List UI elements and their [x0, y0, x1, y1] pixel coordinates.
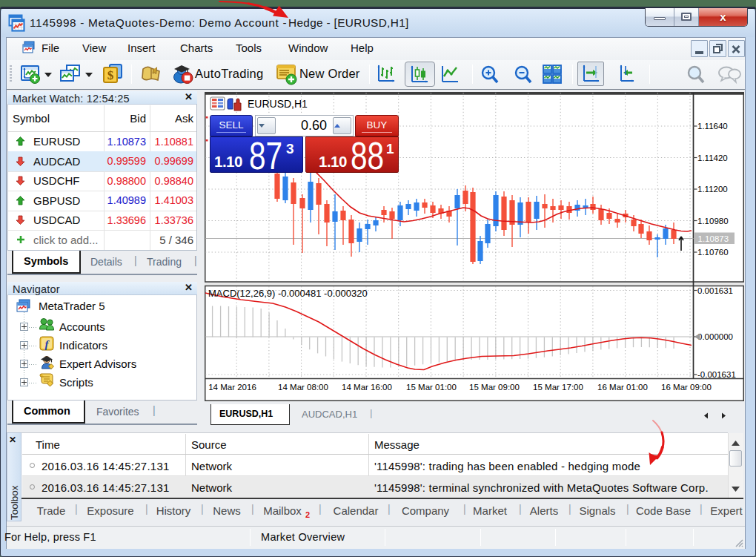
svg-text:0.001631: 0.001631 [697, 286, 733, 295]
svg-text:-0.001631: -0.001631 [697, 370, 736, 379]
svg-text:0.000000: 0.000000 [697, 332, 733, 341]
svg-text:1.11420: 1.11420 [697, 154, 728, 162]
svg-text:15 Mar 17:00: 15 Mar 17:00 [533, 383, 583, 392]
svg-text:16 Mar 09:00: 16 Mar 09:00 [661, 383, 712, 392]
svg-text:1.11200: 1.11200 [697, 185, 728, 194]
svg-text:1.10873: 1.10873 [698, 234, 729, 243]
svg-text:16 Mar 01:00: 16 Mar 01:00 [597, 383, 648, 392]
svg-text:1.10760: 1.10760 [697, 248, 729, 257]
svg-text:15 Mar 01:00: 15 Mar 01:00 [406, 383, 457, 392]
svg-text:Toolbox: Toolbox [9, 485, 20, 520]
svg-text:$: $ [107, 68, 114, 82]
svg-text:15 Mar 09:00: 15 Mar 09:00 [469, 383, 520, 392]
svg-text:EURUSD,H1: EURUSD,H1 [248, 98, 308, 110]
svg-text:MACD(12,26,9) -0.000481 -0.000: MACD(12,26,9) -0.000481 -0.000320 [208, 288, 368, 299]
svg-text:14 Mar 2016: 14 Mar 2016 [208, 383, 256, 392]
svg-text:14 Mar 16:00: 14 Mar 16:00 [342, 383, 392, 392]
svg-text:1.10980: 1.10980 [697, 217, 729, 225]
svg-text:1.11640: 1.11640 [697, 122, 728, 131]
svg-text:14 Mar 08:00: 14 Mar 08:00 [278, 383, 328, 392]
